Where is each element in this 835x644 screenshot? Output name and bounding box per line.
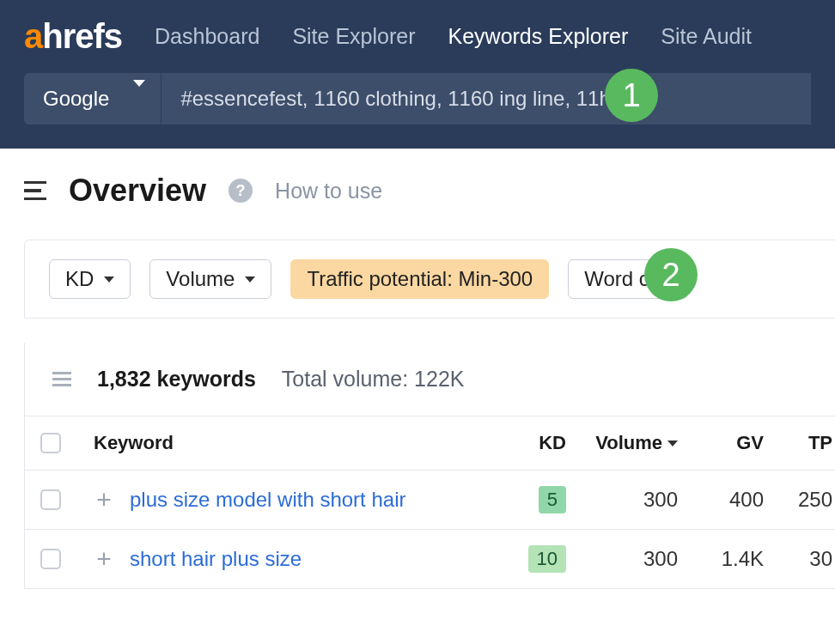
total-volume: Total volume: 122K [282, 367, 465, 392]
col-keyword[interactable]: Keyword [94, 432, 497, 454]
help-icon[interactable]: ? [229, 179, 253, 203]
keyword-count: 1,832 keywords [97, 367, 256, 392]
search-engine-label: Google [43, 87, 109, 111]
logo-a: a [24, 17, 42, 56]
chevron-down-icon [133, 87, 145, 111]
filter-volume[interactable]: Volume [149, 259, 271, 299]
page-title: Overview [69, 173, 206, 209]
col-gv[interactable]: GV [678, 432, 764, 454]
cell-volume: 300 [566, 547, 678, 571]
select-all-checkbox[interactable] [40, 433, 61, 453]
logo-rest: hrefs [42, 17, 122, 56]
filter-traffic-potential[interactable]: Traffic potential: Min-300 [290, 259, 549, 299]
expand-icon[interactable]: + [94, 489, 114, 510]
table-header-row: Keyword KD Volume GV TP [25, 416, 835, 470]
cell-gv: 1.4K [678, 547, 764, 571]
col-tp[interactable]: TP [764, 432, 832, 454]
row-checkbox[interactable] [40, 549, 61, 569]
list-options-icon[interactable] [52, 372, 71, 386]
keyword-search-input[interactable]: #essencefest, 1160 clothing, 1160 ing li… [161, 73, 811, 125]
sort-desc-icon [667, 440, 678, 447]
nav-site-audit[interactable]: Site Audit [661, 24, 752, 49]
cell-volume: 300 [566, 488, 678, 512]
nav-site-explorer[interactable]: Site Explorer [292, 24, 415, 49]
search-query-text: #essencefest, 1160 clothing, 1160 ing li… [180, 87, 633, 110]
col-kd[interactable]: KD [497, 432, 566, 454]
kd-badge: 5 [539, 486, 566, 513]
search-engine-select[interactable]: Google [24, 73, 161, 125]
nav-keywords-explorer[interactable]: Keywords Explorer [448, 24, 629, 49]
annotation-badge-1: 1 [605, 69, 658, 122]
keyword-link[interactable]: short hair plus size [130, 547, 302, 570]
filter-kd[interactable]: KD [49, 259, 131, 299]
menu-icon[interactable] [24, 181, 46, 201]
table-row: + plus size model with short hair 5 300 … [25, 470, 835, 529]
keywords-table: Keyword KD Volume GV TP + plus size mode… [25, 416, 835, 588]
nav-dashboard[interactable]: Dashboard [155, 24, 259, 49]
kd-badge: 10 [528, 545, 566, 573]
cell-gv: 400 [678, 488, 764, 512]
filter-volume-label: Volume [166, 267, 235, 291]
row-checkbox[interactable] [40, 489, 61, 510]
table-row: + short hair plus size 10 300 1.4K 30 [25, 529, 835, 588]
col-volume-label: Volume [595, 432, 662, 454]
logo[interactable]: ahrefs [24, 17, 122, 56]
col-volume[interactable]: Volume [566, 432, 678, 454]
annotation-badge-2: 2 [644, 248, 698, 301]
chevron-down-icon [104, 276, 114, 283]
cell-tp: 30 [764, 547, 832, 571]
expand-icon[interactable]: + [94, 549, 114, 569]
filter-traffic-potential-label: Traffic potential: Min-300 [307, 267, 533, 291]
filter-kd-label: KD [65, 267, 94, 291]
chevron-down-icon [245, 276, 255, 283]
how-to-use-link[interactable]: How to use [275, 179, 382, 204]
cell-tp: 250 [764, 488, 832, 512]
keyword-link[interactable]: plus size model with short hair [130, 488, 405, 511]
